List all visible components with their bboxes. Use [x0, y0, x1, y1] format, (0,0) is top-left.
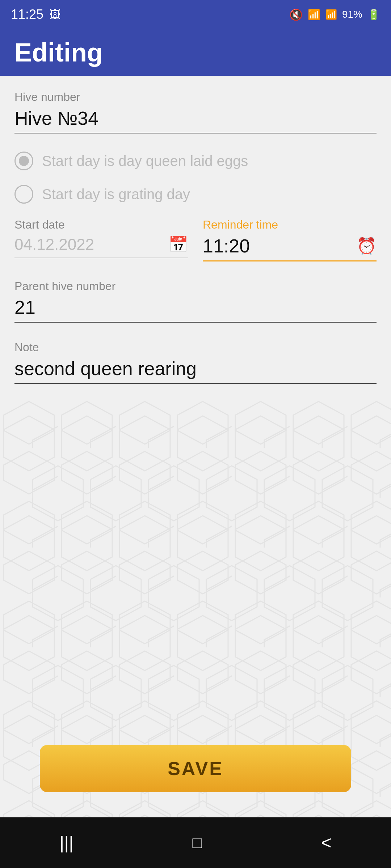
- start-date-group: Start date 04.12.2022 📅: [14, 218, 188, 261]
- parent-hive-label: Parent hive number: [14, 280, 377, 293]
- svg-rect-2: [0, 398, 391, 868]
- note-value[interactable]: second queen rearing: [14, 358, 377, 384]
- date-reminder-row: Start date 04.12.2022 📅 Reminder time 11…: [14, 218, 377, 261]
- page-title: Editing: [14, 38, 103, 67]
- note-label: Note: [14, 341, 377, 354]
- note-group: Note second queen rearing: [14, 341, 377, 384]
- start-date-field[interactable]: 04.12.2022 📅: [14, 235, 188, 258]
- mute-icon: 🔇: [289, 8, 303, 21]
- alarm-icon[interactable]: ⏰: [357, 237, 377, 255]
- status-time: 11:25: [11, 7, 43, 22]
- start-date-label: Start date: [14, 218, 188, 231]
- parent-hive-value[interactable]: 21: [14, 297, 377, 323]
- start-date-value: 04.12.2022: [14, 235, 94, 254]
- status-icons-group: 🔇 📶 📶 91% 🔋: [289, 8, 380, 21]
- hive-number-group: Hive number Hive №34: [14, 90, 377, 133]
- radio-circle-grating[interactable]: [14, 185, 33, 204]
- wifi-icon: 📶: [308, 9, 320, 21]
- radio-label-queen-eggs: Start day is day queen laid eggs: [42, 153, 248, 169]
- save-button-wrapper: SAVE: [0, 745, 391, 792]
- app-header: Editing: [0, 29, 391, 76]
- nav-recent-apps-icon[interactable]: |||: [59, 832, 73, 853]
- radio-group: Start day is day queen laid eggs Start d…: [14, 152, 377, 204]
- radio-circle-queen-eggs[interactable]: [14, 152, 33, 170]
- main-content: Hive number Hive №34 Start day is day qu…: [0, 76, 391, 868]
- battery-percentage: 91%: [342, 9, 362, 20]
- bottom-nav: ||| □ <: [0, 817, 391, 868]
- reminder-time-value: 11:20: [203, 235, 250, 257]
- honeycomb-background: [0, 398, 391, 868]
- form-fields: Hive number Hive №34 Start day is day qu…: [0, 76, 391, 384]
- hive-number-value[interactable]: Hive №34: [14, 107, 377, 133]
- hive-number-label: Hive number: [14, 90, 377, 104]
- radio-item-grating[interactable]: Start day is grating day: [14, 185, 377, 204]
- gallery-icon: 🖼: [49, 8, 61, 21]
- nav-home-icon[interactable]: □: [193, 834, 202, 852]
- radio-label-grating: Start day is grating day: [42, 186, 190, 203]
- calendar-icon[interactable]: 📅: [168, 235, 188, 254]
- reminder-time-field[interactable]: 11:20 ⏰: [203, 235, 377, 261]
- nav-back-icon[interactable]: <: [321, 832, 332, 853]
- save-button[interactable]: SAVE: [40, 745, 351, 792]
- parent-hive-group: Parent hive number 21: [14, 280, 377, 323]
- signal-icon: 📶: [325, 9, 337, 20]
- battery-icon: 🔋: [367, 9, 380, 21]
- radio-inner-queen-eggs: [19, 156, 29, 166]
- reminder-time-group: Reminder time 11:20 ⏰: [203, 218, 377, 261]
- radio-item-queen-eggs[interactable]: Start day is day queen laid eggs: [14, 152, 377, 170]
- status-bar: 11:25 🖼 🔇 📶 📶 91% 🔋: [0, 0, 391, 29]
- reminder-time-label: Reminder time: [203, 218, 377, 231]
- status-time-group: 11:25 🖼: [11, 7, 61, 22]
